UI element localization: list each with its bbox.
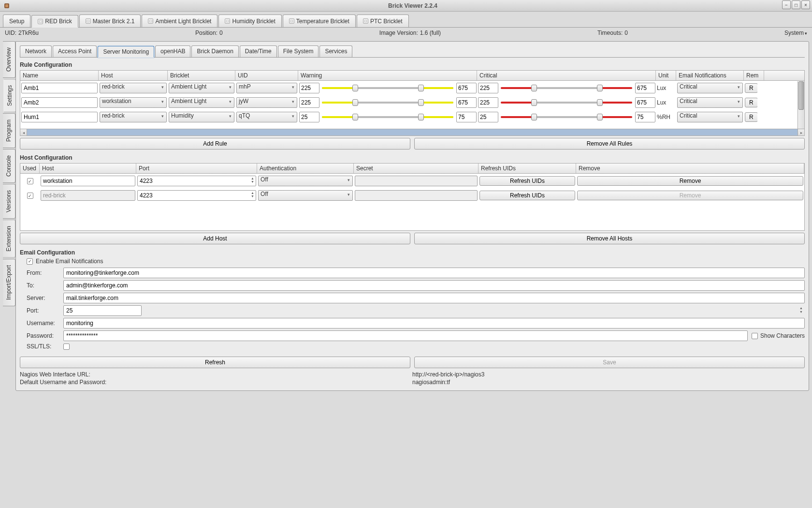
rule-remove-button[interactable]: R <box>745 112 757 122</box>
side-tab-extension[interactable]: Extension <box>3 220 15 258</box>
rule-host-select[interactable]: workstation <box>100 97 167 108</box>
host-remove-button[interactable]: Remove <box>577 191 803 200</box>
remove-all-hosts-button[interactable]: Remove All Hosts <box>414 233 805 244</box>
sub-tab-date-time[interactable]: Date/Time <box>240 45 277 57</box>
host-port-input[interactable] <box>137 190 256 201</box>
host-auth-select[interactable]: Off <box>258 190 353 201</box>
side-tab-program[interactable]: Program <box>3 113 15 148</box>
side-tab-import-export[interactable]: Import/Export <box>3 259 15 306</box>
host-used-checkbox[interactable] <box>27 178 33 184</box>
username-input[interactable] <box>63 318 805 329</box>
rule-uid-select[interactable]: mhP <box>236 83 297 93</box>
rule-header-remove[interactable]: Rem <box>744 71 764 80</box>
refresh-uids-button[interactable]: Refresh UIDs <box>479 176 575 186</box>
rule-header-critical[interactable]: Critical <box>477 71 656 80</box>
sub-tab-access-point[interactable]: Access Point <box>53 45 97 57</box>
critical-slider[interactable] <box>501 97 632 108</box>
side-tab-versions[interactable]: Versions <box>3 184 15 219</box>
rule-hscroll[interactable]: ◂ ▸ <box>20 129 804 135</box>
rule-header-bricklet[interactable]: Bricklet <box>168 71 235 80</box>
host-header-host[interactable]: Host <box>40 164 136 173</box>
refresh-button[interactable]: Refresh <box>20 357 410 368</box>
rule-header-host[interactable]: Host <box>99 71 168 80</box>
main-tab-red-brick[interactable]: □RED Brick <box>31 15 78 28</box>
sub-tab-brick-daemon[interactable]: Brick Daemon <box>191 45 238 57</box>
sub-tab-server-monitoring[interactable]: Server Monitoring <box>98 46 154 58</box>
rule-email-select[interactable]: Critical <box>677 97 743 108</box>
refresh-uids-button[interactable]: Refresh UIDs <box>479 191 575 200</box>
rule-header-name[interactable]: Name <box>20 71 99 80</box>
warning-slider[interactable] <box>322 83 453 93</box>
host-header-remove[interactable]: Remove <box>576 164 804 173</box>
sub-tab-network[interactable]: Network <box>20 45 52 57</box>
side-tab-overview[interactable]: Overview <box>3 41 15 78</box>
add-host-button[interactable]: Add Host <box>20 233 410 244</box>
critical-high-spin[interactable] <box>635 83 655 93</box>
warning-low-spin[interactable] <box>299 112 319 122</box>
port-input[interactable] <box>63 305 142 316</box>
side-tab-console[interactable]: Console <box>3 149 15 183</box>
rule-email-select[interactable]: Critical <box>677 83 743 93</box>
rule-email-select[interactable]: Critical <box>677 112 743 122</box>
critical-low-spin[interactable] <box>478 97 498 108</box>
rule-header-warning[interactable]: Warning <box>298 71 477 80</box>
main-tab-ambient-light[interactable]: □Ambient Light Bricklet <box>142 15 218 27</box>
scroll-right-icon[interactable]: ▸ <box>798 129 804 136</box>
rule-name-input[interactable] <box>21 112 98 122</box>
sub-tab-services[interactable]: Services <box>319 45 352 57</box>
server-input[interactable] <box>63 293 805 303</box>
main-tab-ptc[interactable]: □PTC Bricklet <box>357 15 409 27</box>
enable-email-checkbox[interactable] <box>27 258 33 265</box>
critical-high-spin[interactable] <box>635 97 655 108</box>
host-header-refresh[interactable]: Refresh UIDs <box>478 164 576 173</box>
maximize-button[interactable]: □ <box>792 0 800 9</box>
system-menu[interactable]: System <box>784 30 807 36</box>
rule-name-input[interactable] <box>21 83 98 93</box>
rule-uid-select[interactable]: qTQ <box>236 112 297 122</box>
critical-high-spin[interactable] <box>635 112 655 122</box>
rule-host-select[interactable]: red-brick <box>100 112 167 122</box>
host-header-port[interactable]: Port <box>136 164 257 173</box>
warning-low-spin[interactable] <box>299 83 319 93</box>
critical-slider[interactable] <box>501 112 632 122</box>
warning-slider[interactable] <box>322 97 453 108</box>
critical-slider[interactable] <box>501 83 632 93</box>
rule-remove-button[interactable]: R <box>745 98 757 107</box>
rule-header-unit[interactable]: Unit <box>656 71 676 80</box>
host-remove-button[interactable]: Remove <box>577 176 803 186</box>
sub-tab-openhab[interactable]: openHAB <box>155 45 190 57</box>
save-button[interactable]: Save <box>414 357 805 368</box>
rule-bricklet-select[interactable]: Humidity <box>169 112 234 122</box>
add-rule-button[interactable]: Add Rule <box>20 138 410 149</box>
rule-header-uid[interactable]: UID <box>235 71 298 80</box>
critical-low-spin[interactable] <box>478 112 498 122</box>
warning-high-spin[interactable] <box>456 112 477 122</box>
scroll-left-icon[interactable]: ◂ <box>20 129 27 136</box>
critical-low-spin[interactable] <box>478 83 498 93</box>
warning-high-spin[interactable] <box>456 97 477 108</box>
rule-vscroll[interactable] <box>798 81 804 129</box>
close-button[interactable]: × <box>801 0 810 9</box>
host-name-input[interactable] <box>41 176 135 186</box>
host-header-auth[interactable]: Authentication <box>257 164 354 173</box>
side-tab-settings[interactable]: Settings <box>3 79 16 112</box>
host-name-input[interactable] <box>41 190 135 201</box>
rule-name-input[interactable] <box>21 97 98 108</box>
rule-header-email[interactable]: Email Notifications <box>676 71 744 80</box>
host-port-input[interactable] <box>137 176 256 186</box>
sub-tab-file-system[interactable]: File System <box>278 45 319 57</box>
host-secret-input[interactable] <box>355 176 478 186</box>
from-input[interactable] <box>63 268 805 278</box>
main-tab-master-brick[interactable]: □Master Brick 2.1 <box>79 15 141 27</box>
rule-host-select[interactable]: red-brick <box>100 83 167 93</box>
main-tab-temperature[interactable]: □Temperature Bricklet <box>283 15 356 27</box>
warning-low-spin[interactable] <box>299 97 319 108</box>
warning-slider[interactable] <box>322 112 453 122</box>
rule-uid-select[interactable]: jyW <box>236 97 297 108</box>
host-used-checkbox[interactable] <box>27 193 33 199</box>
minimize-button[interactable]: − <box>782 0 791 9</box>
warning-high-spin[interactable] <box>456 83 477 93</box>
rule-bricklet-select[interactable]: Ambient Light <box>169 97 234 108</box>
ssl-checkbox[interactable] <box>63 344 70 350</box>
host-auth-select[interactable]: Off <box>258 176 353 186</box>
